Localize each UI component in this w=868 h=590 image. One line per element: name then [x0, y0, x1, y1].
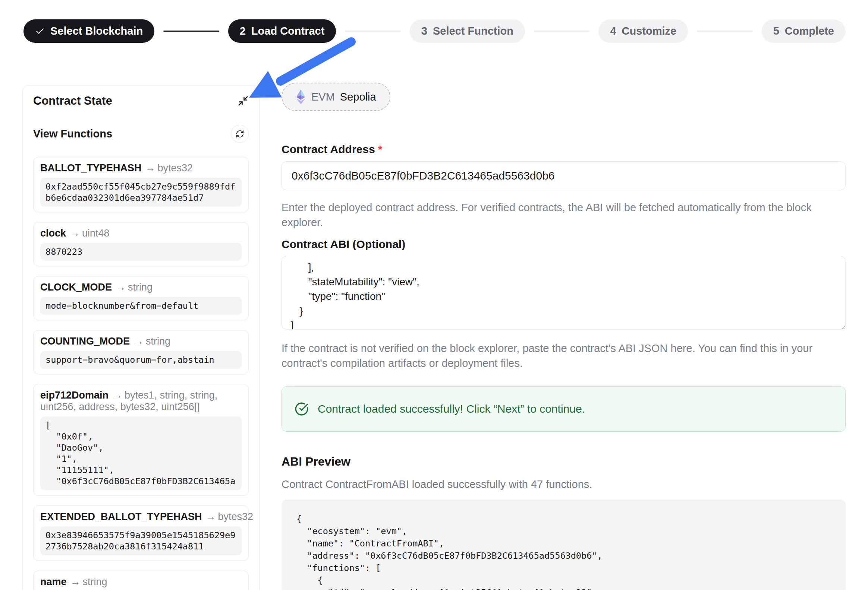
function-name: CLOCK_MODE	[40, 282, 112, 293]
network-name: Sepolia	[340, 91, 376, 103]
success-message: Contract loaded successfully! Click “Nex…	[318, 403, 585, 415]
function-return-type: bytes32	[158, 162, 193, 174]
step-number: 2	[240, 25, 246, 37]
function-return-type: uint48	[82, 228, 109, 239]
return-arrow: →	[71, 576, 81, 587]
function-signature: EXTENDED_BALLOT_TYPEHASH→bytes32	[40, 511, 242, 522]
return-arrow: →	[70, 228, 80, 239]
function-value: mode=blocknumber&from=default	[40, 297, 242, 315]
step-connector	[534, 31, 589, 32]
step-select-blockchain[interactable]: Select Blockchain	[24, 19, 154, 43]
ethereum-icon	[296, 89, 306, 104]
return-arrow: →	[115, 282, 125, 293]
step-connector	[345, 31, 400, 32]
ecosystem-label: EVM	[311, 91, 335, 103]
abi-preview-code: { "ecosystem": "evm", "name": "ContractF…	[282, 499, 846, 590]
step-label: Complete	[785, 25, 834, 37]
refresh-icon	[236, 129, 244, 138]
contract-address-label: Contract Address*	[282, 143, 846, 156]
wizard-stepper: Select Blockchain 2 Load Contract 3 Sele…	[24, 19, 846, 43]
minimize-icon	[238, 96, 249, 106]
load-contract-form: EVM Sepolia Contract Address* Enter the …	[282, 83, 846, 590]
function-return-type: string	[146, 335, 170, 347]
step-connector	[697, 31, 753, 32]
function-value: support=bravo&quorum=for,abstain	[40, 351, 242, 369]
return-arrow: →	[145, 162, 155, 174]
function-result-card: clock→uint48 8870223	[33, 222, 249, 266]
function-result-card: CLOCK_MODE→string mode=blocknumber&from=…	[33, 276, 249, 320]
function-name: EXTENDED_BALLOT_TYPEHASH	[40, 511, 202, 522]
step-number: 4	[610, 25, 616, 37]
function-signature: name→string	[40, 576, 242, 588]
function-signature: BALLOT_TYPEHASH→bytes32	[40, 162, 242, 174]
contract-abi-label: Contract ABI (Optional)	[282, 238, 846, 251]
function-name: eip712Domain	[40, 390, 108, 401]
success-alert: Contract loaded successfully! Click “Nex…	[282, 386, 846, 432]
contract-abi-help: If the contract is not verified on the b…	[282, 341, 846, 371]
collapse-panel-button[interactable]	[238, 96, 249, 106]
return-arrow: →	[133, 335, 143, 347]
view-functions-label: View Functions	[33, 128, 112, 140]
function-return-type: string	[128, 282, 152, 293]
function-result-card: name→string DaoGov	[33, 571, 249, 590]
return-arrow: →	[112, 390, 122, 401]
step-complete[interactable]: 5 Complete	[762, 19, 846, 43]
check-circle-icon	[295, 402, 309, 416]
function-result-card: COUNTING_MODE→string support=bravo&quoru…	[33, 330, 249, 374]
contract-state-panel: Contract State View Functions BALLOT_TYP…	[22, 85, 260, 590]
function-value: 8870223	[40, 243, 242, 261]
panel-title: Contract State	[33, 94, 112, 107]
function-result-card: BALLOT_TYPEHASH→bytes32 0xf2aad550cf55f0…	[33, 157, 249, 212]
view-functions-list: BALLOT_TYPEHASH→bytes32 0xf2aad550cf55f0…	[33, 157, 249, 590]
function-name: BALLOT_TYPEHASH	[40, 162, 142, 174]
step-connector	[163, 31, 219, 32]
step-label: Customize	[622, 25, 677, 37]
function-value: 0xf2aad550cf55f045cb27e9c559f9889fdfb6e6…	[40, 178, 242, 207]
check-icon	[35, 26, 45, 36]
step-label: Load Contract	[251, 25, 325, 37]
function-result-card: eip712Domain→bytes1, string, string, uin…	[33, 384, 249, 496]
refresh-functions-button[interactable]	[231, 125, 249, 143]
load-contract-page: Select Blockchain 2 Load Contract 3 Sele…	[0, 0, 868, 590]
step-customize[interactable]: 4 Customize	[598, 19, 688, 43]
step-load-contract[interactable]: 2 Load Contract	[228, 19, 336, 43]
function-name: name	[40, 576, 67, 587]
step-number: 3	[421, 25, 427, 37]
step-label: Select Function	[433, 25, 514, 37]
contract-address-help: Enter the deployed contract address. For…	[282, 200, 846, 230]
contract-abi-textarea[interactable]: ], "stateMutability": "view", "type": "f…	[282, 256, 846, 330]
step-label: Select Blockchain	[50, 25, 143, 37]
step-number: 5	[773, 25, 779, 37]
network-badge[interactable]: EVM Sepolia	[282, 83, 390, 111]
function-value: 0x3e83946653575f9a39005e1545185629e92736…	[40, 526, 242, 555]
function-name: clock	[40, 228, 66, 239]
return-arrow: →	[206, 511, 216, 522]
contract-address-input[interactable]	[282, 161, 846, 190]
function-signature: clock→uint48	[40, 228, 242, 239]
function-return-type: string	[83, 576, 108, 587]
function-signature: CLOCK_MODE→string	[40, 282, 242, 293]
function-return-type: bytes32	[218, 511, 254, 522]
step-select-function[interactable]: 3 Select Function	[410, 19, 525, 43]
function-result-card: EXTENDED_BALLOT_TYPEHASH→bytes32 0x3e839…	[33, 505, 249, 561]
function-name: COUNTING_MODE	[40, 335, 130, 347]
abi-preview-title: ABI Preview	[282, 455, 846, 469]
function-value: [ "0x0f", "DaoGov", "1", "11155111", "0x…	[40, 416, 242, 490]
function-signature: eip712Domain→bytes1, string, string, uin…	[40, 390, 242, 413]
function-signature: COUNTING_MODE→string	[40, 335, 242, 347]
abi-preview-subtitle: Contract ContractFromABI loaded successf…	[282, 478, 846, 491]
required-asterisk: *	[378, 143, 382, 155]
